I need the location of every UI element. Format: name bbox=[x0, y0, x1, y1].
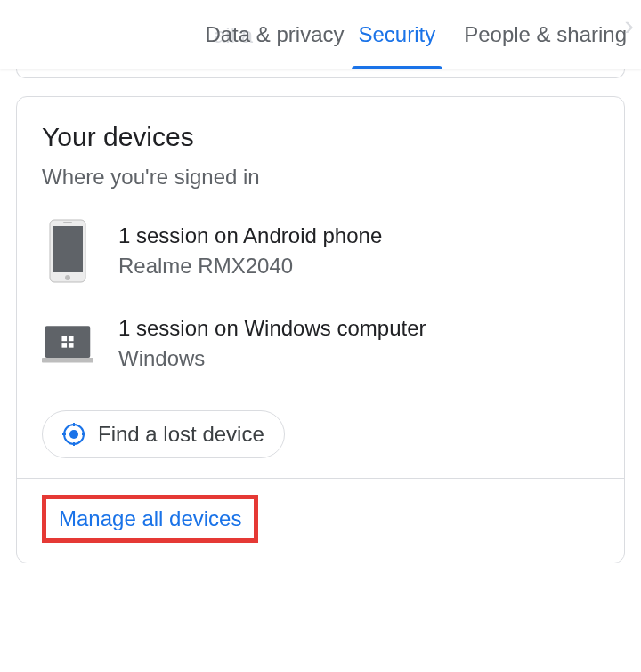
your-devices-card: Your devices Where you're signed in 1 se… bbox=[16, 96, 625, 563]
svg-rect-8 bbox=[61, 343, 67, 348]
card-footer: Manage all devices bbox=[17, 478, 624, 563]
svg-point-11 bbox=[69, 430, 78, 439]
device-text: 1 session on Windows computer Windows bbox=[118, 316, 599, 371]
svg-rect-4 bbox=[45, 326, 91, 358]
svg-rect-5 bbox=[42, 358, 93, 363]
device-row-windows[interactable]: 1 session on Windows computer Windows bbox=[42, 311, 599, 376]
tab-security[interactable]: Security bbox=[345, 0, 450, 69]
target-icon bbox=[62, 423, 85, 446]
card-title: Your devices bbox=[42, 122, 599, 152]
highlight-annotation: Manage all devices bbox=[42, 495, 258, 543]
tab-bar: ail a › Data & privacy Security People &… bbox=[0, 0, 641, 69]
svg-rect-7 bbox=[69, 336, 74, 342]
tab-people-sharing[interactable]: People & sharing bbox=[450, 0, 641, 69]
card-subtitle: Where you're signed in bbox=[42, 165, 599, 190]
device-title: 1 session on Android phone bbox=[118, 223, 599, 248]
svg-rect-9 bbox=[69, 343, 74, 348]
card-body: Your devices Where you're signed in 1 se… bbox=[17, 97, 624, 478]
device-text: 1 session on Android phone Realme RMX204… bbox=[118, 223, 599, 279]
phone-icon bbox=[42, 218, 93, 284]
device-sub: Realme RMX2040 bbox=[118, 254, 599, 279]
device-title: 1 session on Windows computer bbox=[118, 316, 599, 341]
svg-rect-6 bbox=[61, 336, 67, 342]
svg-rect-1 bbox=[53, 226, 83, 272]
svg-rect-3 bbox=[63, 222, 72, 223]
manage-all-devices-link[interactable]: Manage all devices bbox=[52, 501, 248, 537]
page-content: Your devices Where you're signed in 1 se… bbox=[0, 69, 641, 563]
svg-point-2 bbox=[65, 275, 70, 280]
laptop-icon bbox=[42, 311, 93, 376]
chip-label: Find a lost device bbox=[98, 422, 264, 447]
chevron-right-icon: › bbox=[624, 9, 634, 42]
tab-data-privacy[interactable]: Data & privacy bbox=[169, 0, 344, 69]
link-text: Manage all devices bbox=[59, 506, 241, 530]
previous-card-edge bbox=[16, 69, 625, 78]
device-row-android[interactable]: 1 session on Android phone Realme RMX204… bbox=[42, 218, 599, 284]
device-sub: Windows bbox=[118, 346, 599, 371]
find-lost-device-chip[interactable]: Find a lost device bbox=[42, 410, 285, 458]
